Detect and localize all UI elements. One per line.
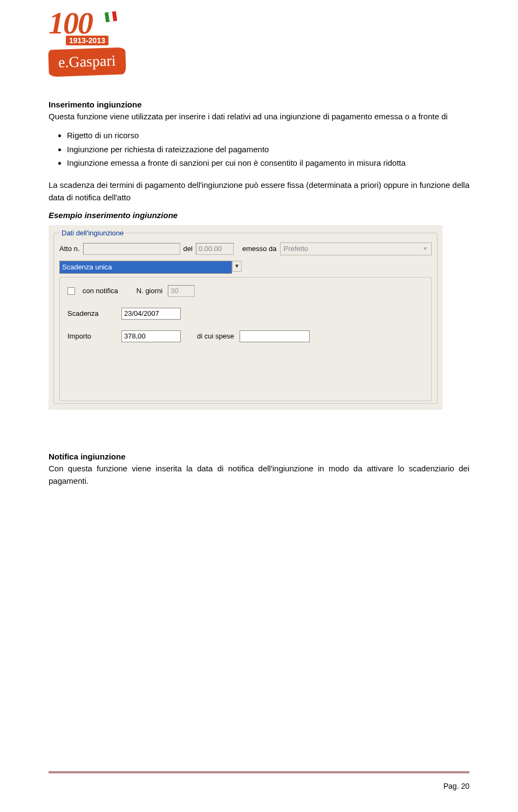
brand-logo: 100 1913-2013 e.Gaspari [49, 11, 135, 89]
importo-input[interactable]: 378,00 [121, 330, 181, 342]
chevron-down-icon[interactable]: ▼ [232, 261, 242, 272]
scadenza-panel: con notifica N. giorni 30 Scadenza 23/04… [59, 277, 432, 401]
logo-brand: e.Gaspari [48, 48, 126, 77]
chevron-down-icon: ▼ [422, 246, 428, 252]
con-notifica-label: con notifica [83, 287, 118, 295]
scadenza-input[interactable]: 23/04/2007 [121, 308, 181, 320]
ngiorni-label: N. giorni [137, 287, 162, 295]
list-item: Ingiunzione emessa a fronte di sanzioni … [67, 157, 469, 169]
ngiorni-input[interactable]: 30 [168, 285, 195, 297]
del-label: del [183, 245, 193, 253]
scadenza-type-value: Scadenza unica [62, 263, 112, 271]
logo-number: 100 [49, 11, 135, 36]
page-number: Pag. 20 [444, 782, 469, 790]
spese-label: di cui spese [197, 332, 234, 340]
fieldset-dati-ingiunzione: Dati dell'ingiunzione Atto n. del 0.00.0… [53, 229, 438, 404]
atto-label: Atto n. [59, 245, 80, 253]
scadenza-type-select[interactable]: Scadenza unica [59, 261, 232, 274]
example-heading: Esempio inserimento ingiunzione [49, 211, 469, 220]
section1-p2: La scadenza dei termini di pagamento del… [49, 179, 469, 204]
logo-years: 1913-2013 [66, 36, 108, 45]
bullet-list: Rigetto di un ricorso Ingiunzione per ri… [67, 129, 469, 169]
list-item: Rigetto di un ricorso [67, 129, 469, 141]
section1-p1: Questa funzione viene utilizzata per ins… [49, 110, 469, 123]
del-input[interactable]: 0.00.00 [196, 243, 234, 255]
dialog-dati-ingiunzione: Dati dell'ingiunzione Atto n. del 0.00.0… [49, 225, 442, 410]
emesso-select[interactable]: Prefetto ▼ [280, 242, 432, 255]
fieldset-legend: Dati dell'ingiunzione [59, 229, 126, 237]
emesso-value: Prefetto [284, 245, 309, 253]
section2-p1: Con questa funzione viene inserita la da… [49, 462, 469, 488]
importo-label: Importo [67, 332, 116, 340]
atto-input[interactable] [83, 243, 180, 255]
flag-icon [105, 11, 117, 23]
footer-divider [49, 772, 469, 773]
scadenza-label: Scadenza [67, 309, 116, 317]
spese-input[interactable] [240, 330, 310, 342]
section-title-inserimento: Inserimento ingiunzione [49, 100, 469, 109]
list-item: Ingiunzione per richiesta di rateizzazio… [67, 143, 469, 155]
section-title-notifica: Notifica ingiunzione [49, 452, 469, 461]
emesso-label: emesso da [242, 245, 277, 253]
con-notifica-checkbox[interactable] [67, 287, 75, 295]
